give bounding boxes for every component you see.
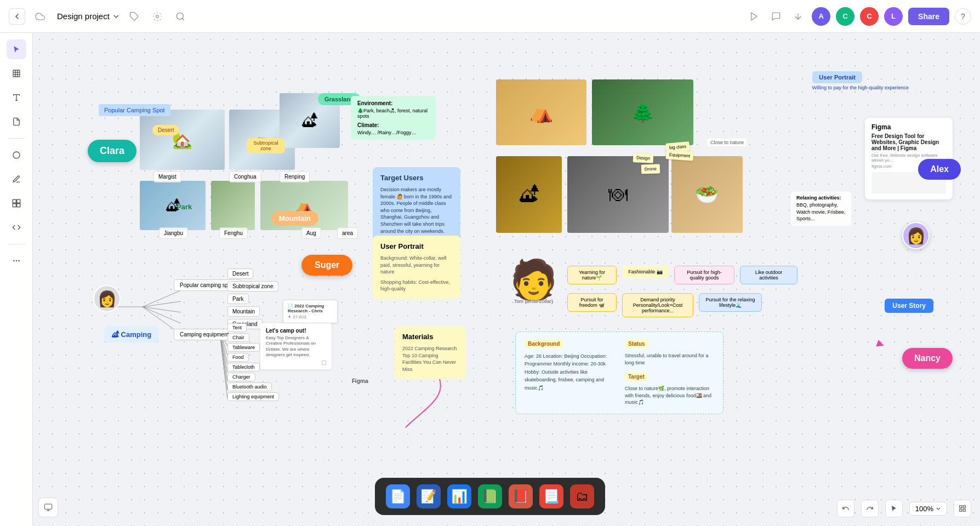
mindmap-charger: Charger — [227, 373, 255, 381]
mindmap-park: Park — [227, 294, 249, 304]
share-button[interactable]: Share — [908, 8, 949, 25]
avatar-c2[interactable]: C — [860, 7, 879, 26]
acrobat-icon: 📃 — [543, 489, 560, 504]
mindmap-lighting: Lighting equipment — [227, 392, 279, 401]
user-story-badge[interactable]: User Story — [885, 299, 933, 313]
park-tag: Park — [176, 203, 192, 211]
right-user-avatar: 👩 — [902, 222, 930, 249]
more-tool[interactable] — [7, 251, 26, 271]
avatar-a[interactable]: A — [812, 7, 830, 26]
bottom-icon-excel[interactable]: 📗 — [478, 484, 502, 508]
redo-button[interactable] — [861, 500, 879, 517]
image-camping1: 🏕 — [140, 181, 206, 230]
plugin-tool[interactable] — [7, 193, 26, 213]
mindmap-bluetooth: Bluetooth audio — [227, 382, 272, 391]
info-bg-text: Age: 26 Location: Beijing Occupation: Pr… — [525, 352, 614, 392]
renping-tag: Renping — [280, 171, 310, 182]
avatar-c1[interactable]: C — [836, 7, 854, 26]
back-button[interactable] — [9, 8, 25, 25]
bottom-icon-acrobat[interactable]: 📃 — [539, 484, 563, 508]
svg-rect-41 — [960, 509, 962, 511]
shape-tool[interactable] — [7, 145, 26, 165]
image-outdoor2: 🥗 — [671, 156, 743, 233]
svg-rect-15 — [16, 204, 20, 207]
canvas[interactable]: 🏡 ⛺ 🏕 🏕 ⛺ ⛺ 🌲 🏕 🍽 🥗 Margist Conghua Renp… — [33, 33, 980, 526]
bottom-icon-docs[interactable]: 📄 — [386, 484, 410, 508]
present-mode-button[interactable] — [38, 498, 58, 517]
bottom-bar: 📄 📝 📊 📗 📕 📃 🗂 — [375, 478, 605, 515]
user-portrait-card: User Portrait Background: White-collar, … — [373, 236, 460, 299]
grid-view-button[interactable] — [954, 500, 971, 517]
mindmap-chair: Chair — [227, 333, 249, 342]
project-name[interactable]: Design project — [57, 12, 119, 21]
image-forest: 🌲 — [592, 79, 693, 145]
alex-bubble[interactable]: Alex — [918, 159, 961, 180]
fenghu-tag: Fenghu — [219, 227, 248, 239]
text-tool[interactable] — [7, 88, 26, 107]
info-status-text: Stressful, unable to travel around for a… — [625, 352, 714, 366]
svg-marker-4 — [751, 13, 757, 20]
zoom-control[interactable]: 100% — [909, 502, 947, 516]
nancy-badge[interactable]: Nancy — [902, 348, 953, 369]
topbar-left: Design project — [9, 8, 189, 25]
svg-point-1 — [156, 15, 159, 18]
topbar-nav-icons: Design project — [32, 8, 119, 25]
settings-icon[interactable] — [149, 8, 166, 25]
avatar-l[interactable]: L — [884, 7, 903, 26]
cloud-icon[interactable] — [32, 8, 48, 25]
jiangbu-tag: Jiangbu — [159, 227, 188, 239]
bottom-icon-word[interactable]: 📝 — [417, 484, 441, 508]
suger-bubble[interactable]: Suger — [301, 255, 352, 276]
lets-camp-card: Let's camp out! Easy Top Designers & Cre… — [260, 323, 332, 369]
ppt-icon: 📕 — [512, 489, 529, 504]
attr-quality: Pursuit for high-quality goods — [674, 266, 734, 284]
cursor-tool[interactable] — [7, 39, 26, 59]
image-house: 🏡 — [140, 110, 225, 170]
image-camping2 — [211, 181, 255, 230]
relaxing-card: Relaxing activities: BBQ, photography, W… — [791, 192, 851, 226]
component-tool[interactable] — [7, 218, 26, 237]
user-avatar-left — [93, 285, 121, 312]
bottom-icon-slides[interactable]: 📊 — [447, 484, 471, 508]
materials-card: Materials 2022 Camping Research Top 10 C… — [395, 326, 466, 379]
mindmap-tablecloth: Tablecloth — [227, 363, 260, 371]
sticky-tool[interactable] — [7, 112, 26, 132]
svg-rect-13 — [13, 199, 16, 203]
bottom-left-control — [38, 498, 58, 517]
download-icon[interactable] — [790, 8, 806, 25]
topbar: Design project — [0, 0, 980, 33]
tag-icon[interactable] — [126, 8, 143, 25]
info-status-label: Status — [625, 340, 648, 348]
close-nature-label: Close to nature — [707, 139, 747, 146]
area-tag: area — [337, 227, 358, 239]
attr-freedom: Pursuit for freedom 🦋 — [567, 293, 617, 312]
mindmap-camping-equipment: Camping equipment — [174, 329, 235, 340]
help-button[interactable]: ? — [955, 8, 971, 25]
svg-point-2 — [176, 13, 183, 19]
popular-camping-tag: Popular Camping Spot — [99, 104, 170, 116]
pen-tool[interactable] — [7, 169, 26, 189]
bottom-icon-adobe[interactable]: 🗂 — [570, 484, 594, 508]
comment-icon[interactable] — [768, 8, 784, 25]
up-right-portrait-label: User Portrait — [812, 71, 862, 83]
svg-line-3 — [182, 18, 184, 20]
undo-button[interactable] — [837, 500, 854, 517]
adobe-icon: 🗂 — [576, 489, 589, 504]
bottom-icon-ppt[interactable]: 📕 — [509, 484, 533, 508]
sticky-note-equipment: Equipment — [665, 150, 693, 161]
conghua-tag: Conghua — [229, 171, 261, 182]
camping-report-card: 📄 2022 Camping Research - Chris ✦ 27,603 — [283, 300, 338, 323]
camping-bubble[interactable]: 🏕 Camping — [104, 326, 159, 343]
margist-tag: Margist — [153, 171, 181, 182]
sticky-note-3: Drone — [641, 164, 660, 174]
up-right-portrait-desc: Willing to pay for the high-quality expe… — [812, 85, 909, 90]
frame-tool[interactable] — [7, 64, 26, 83]
clara-bubble[interactable]: Clara — [88, 140, 136, 162]
cursor-mode-button[interactable] — [885, 500, 903, 517]
mindmap-subtropical: Subtropical zone — [227, 281, 278, 291]
tom-character-area: 🧑 Tom (white-collar) — [510, 260, 557, 304]
play-icon[interactable] — [746, 8, 762, 25]
mindmap-food: Food — [227, 353, 249, 362]
search-icon[interactable] — [172, 8, 189, 25]
figma-card-logo: Figma — [871, 123, 946, 131]
